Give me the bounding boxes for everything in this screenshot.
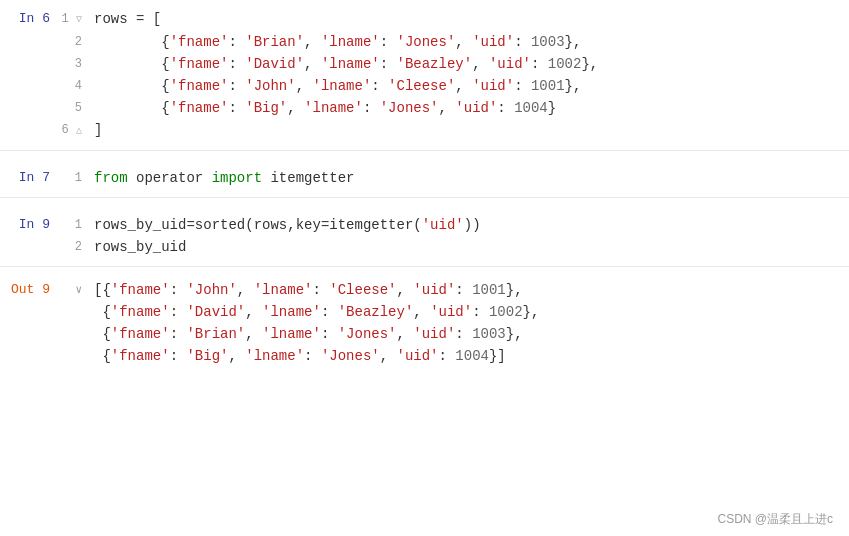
line-num-out9: ∨ xyxy=(60,279,90,301)
cell-in9-row1: In 9 1 rows_by_uid=sorted(rows,key=itemg… xyxy=(0,214,849,236)
out-line-1: [{'fname': 'John', 'lname': 'Cleese', 'u… xyxy=(90,279,849,301)
line-num-3: 3 xyxy=(60,53,90,75)
out-line-4: {'fname': 'Big', 'lname': 'Jones', 'uid'… xyxy=(90,345,849,367)
line-num-2: 2 xyxy=(60,31,90,53)
out-line-2: {'fname': 'David', 'lname': 'Beazley', '… xyxy=(90,301,849,323)
cell-label-in7: In 7 xyxy=(0,167,60,189)
code-line-7-1: from operator import itemgetter xyxy=(90,167,849,189)
cell-in6-row1: In 6 1 ▽ rows = [ xyxy=(0,8,849,31)
code-line-1: rows = [ xyxy=(90,8,849,30)
cell-out9-row2: {'fname': 'David', 'lname': 'Beazley', '… xyxy=(0,301,849,323)
cell-out9-row1: Out 9 ∨ [{'fname': 'John', 'lname': 'Cle… xyxy=(0,279,849,301)
line-num-9-2: 2 xyxy=(60,236,90,258)
line-num-7-1: 1 xyxy=(60,167,90,189)
line-num-1: 1 ▽ xyxy=(60,8,90,31)
cell-label-in6: In 6 xyxy=(0,8,60,30)
cell-in9: In 9 1 rows_by_uid=sorted(rows,key=itemg… xyxy=(0,206,849,267)
line-num-6: 6 △ xyxy=(60,119,90,142)
code-line-3: {'fname': 'David', 'lname': 'Beazley', '… xyxy=(90,53,849,75)
code-line-2: {'fname': 'Brian', 'lname': 'Jones', 'ui… xyxy=(90,31,849,53)
code-line-9-2: rows_by_uid xyxy=(90,236,849,258)
cell-label-in9: In 9 xyxy=(0,214,60,236)
code-line-5: {'fname': 'Big', 'lname': 'Jones', 'uid'… xyxy=(90,97,849,119)
cell-in9-row2: 2 rows_by_uid xyxy=(0,236,849,258)
out-line-3: {'fname': 'Brian', 'lname': 'Jones', 'ui… xyxy=(90,323,849,345)
line-num-9-1: 1 xyxy=(60,214,90,236)
code-line-4: {'fname': 'John', 'lname': 'Cleese', 'ui… xyxy=(90,75,849,97)
code-line-6: ] xyxy=(90,119,849,141)
cell-out9: Out 9 ∨ [{'fname': 'John', 'lname': 'Cle… xyxy=(0,271,849,375)
cell-in7: In 7 1 from operator import itemgetter xyxy=(0,159,849,198)
cell-out9-row3: {'fname': 'Brian', 'lname': 'Jones', 'ui… xyxy=(0,323,849,345)
watermark: CSDN @温柔且上进c xyxy=(717,511,833,528)
cell-in6-row2: 2 {'fname': 'Brian', 'lname': 'Jones', '… xyxy=(0,31,849,53)
cell-in6: In 6 1 ▽ rows = [ 2 {'fname': 'Brian', '… xyxy=(0,0,849,151)
cell-out9-row4: {'fname': 'Big', 'lname': 'Jones', 'uid'… xyxy=(0,345,849,367)
notebook: In 6 1 ▽ rows = [ 2 {'fname': 'Brian', '… xyxy=(0,0,849,536)
cell-in6-row3: 3 {'fname': 'David', 'lname': 'Beazley',… xyxy=(0,53,849,75)
line-num-4: 4 xyxy=(60,75,90,97)
cell-label-out9: Out 9 xyxy=(0,279,60,301)
code-line-9-1: rows_by_uid=sorted(rows,key=itemgetter('… xyxy=(90,214,849,236)
cell-in6-row6: 6 △ ] xyxy=(0,119,849,142)
cell-in6-row4: 4 {'fname': 'John', 'lname': 'Cleese', '… xyxy=(0,75,849,97)
cell-in6-row5: 5 {'fname': 'Big', 'lname': 'Jones', 'ui… xyxy=(0,97,849,119)
line-num-5: 5 xyxy=(60,97,90,119)
cell-in7-row1: In 7 1 from operator import itemgetter xyxy=(0,167,849,189)
